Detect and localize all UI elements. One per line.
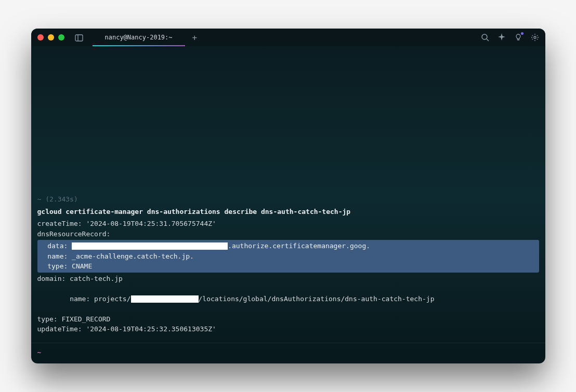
- output-update-time: updateTime: '2024-08-19T04:25:32.3506130…: [37, 324, 539, 334]
- command-output-block: ~ (2.343s) gcloud certificate-manager dn…: [31, 194, 545, 339]
- redacted-data: [72, 242, 228, 250]
- prompt-line: ~ (2.343s): [37, 194, 539, 205]
- output-type: type: FIXED_RECORD: [37, 314, 539, 325]
- prompt-tilde: ~: [37, 348, 42, 356]
- redacted-project: [131, 295, 199, 303]
- terminal-tab[interactable]: nancy@Nancy-2019:~: [93, 29, 185, 46]
- search-icon[interactable]: [481, 33, 489, 42]
- svg-point-5: [534, 36, 536, 38]
- output-type-line: type: CNAME: [40, 261, 537, 272]
- settings-icon[interactable]: [531, 33, 539, 42]
- output-create-time: createTime: '2024-08-19T04:25:31.7056757…: [37, 219, 539, 229]
- svg-point-2: [482, 34, 487, 39]
- svg-line-3: [487, 39, 489, 41]
- tab-bar: nancy@Nancy-2019:~ +: [93, 29, 205, 46]
- output-data-line: data: .authorize.certificatemanager.goog…: [40, 241, 537, 251]
- command-line: gcloud certificate-manager dns-authoriza…: [37, 207, 539, 217]
- sparkle-icon[interactable]: [498, 33, 506, 42]
- window-titlebar: nancy@Nancy-2019:~ +: [31, 29, 545, 46]
- output-dns-record-header: dnsResourceRecord:: [37, 229, 539, 239]
- new-tab-button[interactable]: +: [185, 29, 205, 46]
- lightbulb-icon[interactable]: [514, 33, 522, 42]
- close-button[interactable]: [37, 34, 44, 40]
- panes-icon[interactable]: [75, 34, 83, 41]
- active-prompt[interactable]: ~: [31, 347, 545, 364]
- output-name-line: name: _acme-challenge.catch-tech.jp.: [40, 251, 537, 262]
- terminal-window: nancy@Nancy-2019:~ +: [31, 29, 545, 363]
- highlighted-selection: data: .authorize.certificatemanager.goog…: [37, 240, 539, 273]
- titlebar-actions: [481, 33, 539, 42]
- section-divider: [31, 343, 545, 343]
- output-name: name: projects//locations/global/dnsAuth…: [37, 283, 539, 314]
- traffic-lights: [37, 34, 64, 40]
- terminal-body[interactable]: ~ (2.343s) gcloud certificate-manager dn…: [31, 46, 545, 363]
- minimize-button[interactable]: [48, 34, 54, 40]
- notification-dot: [521, 32, 523, 35]
- svg-rect-0: [75, 35, 83, 41]
- output-domain: domain: catch-tech.jp: [37, 274, 539, 284]
- tab-title: nancy@Nancy-2019:~: [105, 34, 173, 41]
- maximize-button[interactable]: [58, 34, 64, 40]
